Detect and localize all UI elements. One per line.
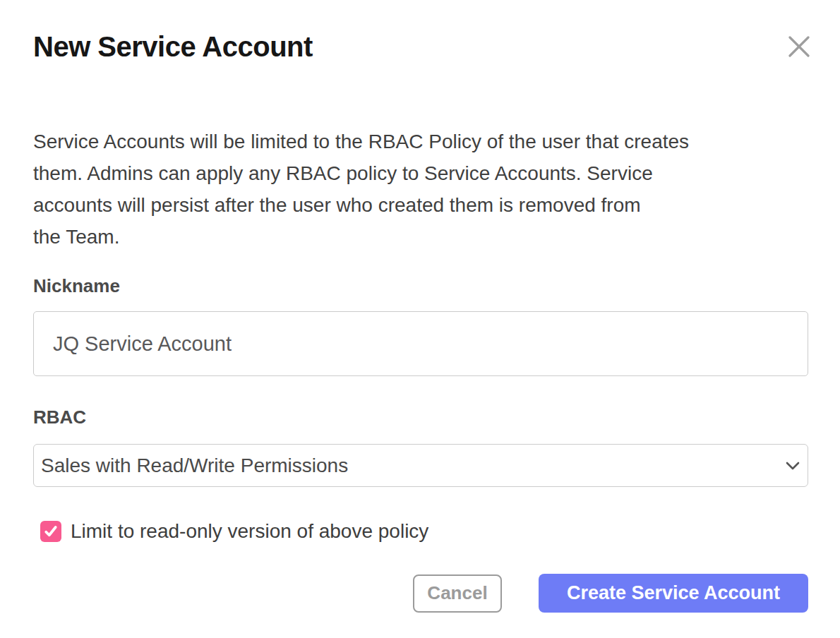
- create-service-account-button[interactable]: Create Service Account: [539, 574, 808, 613]
- read-only-checkbox-label: Limit to read-only version of above poli…: [71, 520, 428, 543]
- rbac-select[interactable]: Sales with Read/Write Permissions: [33, 444, 808, 487]
- read-only-checkbox[interactable]: [40, 521, 61, 542]
- close-icon[interactable]: [784, 31, 815, 62]
- cancel-button[interactable]: Cancel: [413, 574, 502, 613]
- rbac-label: RBAC: [33, 407, 808, 428]
- description-line: Service Accounts will be limited to the …: [33, 126, 808, 157]
- modal-footer: Cancel Create Service Account: [33, 574, 808, 613]
- new-service-account-modal: New Service Account Service Accounts wil…: [0, 0, 840, 638]
- description-line: the Team.: [33, 221, 808, 253]
- modal-description: Service Accounts will be limited to the …: [33, 126, 808, 253]
- rbac-select-wrap: Sales with Read/Write Permissions: [33, 444, 808, 487]
- checkmark-icon: [44, 525, 58, 538]
- read-only-checkbox-row[interactable]: Limit to read-only version of above poli…: [33, 520, 808, 543]
- nickname-input[interactable]: [33, 311, 808, 376]
- nickname-label: Nickname: [33, 275, 808, 296]
- close-x-glyph: [788, 36, 810, 57]
- description-line: accounts will persist after the user who…: [33, 189, 808, 221]
- modal-title: New Service Account: [33, 30, 808, 64]
- description-line: them. Admins can apply any RBAC policy t…: [33, 157, 808, 189]
